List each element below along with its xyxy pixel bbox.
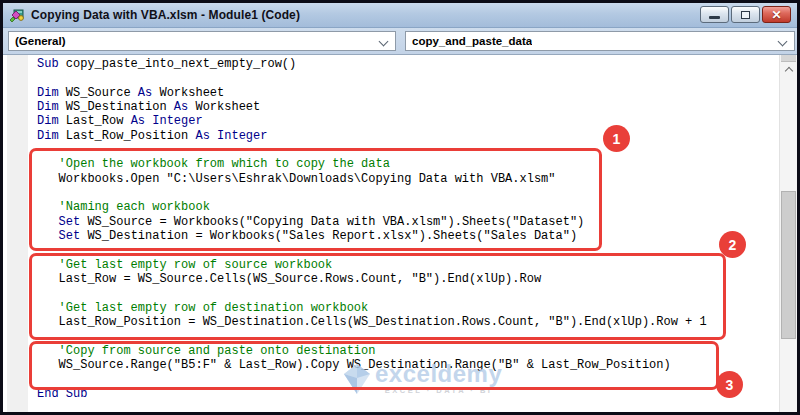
minimize-button[interactable] <box>700 6 729 23</box>
procedure-dropdown[interactable]: copy_and_paste_data <box>405 31 795 51</box>
code-line: 'Get last empty row of source workbook <box>37 258 777 272</box>
vertical-scrollbar[interactable] <box>779 55 797 412</box>
code-line: Set WS_Source = Workbooks("Copying Data … <box>37 215 777 229</box>
code-line <box>37 330 777 344</box>
code-line <box>37 243 777 257</box>
chevron-down-icon <box>379 37 389 47</box>
code-line <box>37 143 777 157</box>
code-line: 'Copy from source and paste onto destina… <box>37 344 777 358</box>
chevron-up-icon <box>784 67 792 75</box>
scroll-up-button[interactable] <box>780 61 797 78</box>
margin-indicator-bar <box>7 55 28 412</box>
declarations-bar: (General) copy_and_paste_data <box>3 28 797 55</box>
chevron-down-icon <box>778 37 788 47</box>
close-icon: ✕ <box>771 9 781 21</box>
minimize-icon <box>709 16 720 19</box>
restore-button[interactable] <box>731 6 760 23</box>
code-line: Dim WS_Source As Worksheet <box>37 86 777 100</box>
code-line: End Sub <box>37 387 777 401</box>
code-line: Sub copy_paste_into_next_empty_row() <box>37 57 777 71</box>
object-dropdown-value: (General) <box>15 35 66 47</box>
code-text[interactable]: Sub copy_paste_into_next_empty_row() Dim… <box>37 57 777 412</box>
code-line: 'Get last empty row of destination workb… <box>37 301 777 315</box>
restore-icon <box>741 11 750 19</box>
vba-code-window: Copying Data with VBA.xlsm - Module1 (Co… <box>0 0 800 415</box>
code-line <box>37 186 777 200</box>
code-line: 'Open the workbook from which to copy th… <box>37 157 777 171</box>
title-bar[interactable]: Copying Data with VBA.xlsm - Module1 (Co… <box>3 3 797 28</box>
code-line <box>37 287 777 301</box>
code-line: Set WS_Destination = Workbooks("Sales Re… <box>37 229 777 243</box>
code-line <box>37 373 777 387</box>
code-line: Dim WS_Destination As Worksheet <box>37 100 777 114</box>
code-line: Dim Last_Row_Position As Integer <box>37 129 777 143</box>
scrollbar-thumb[interactable] <box>781 191 796 339</box>
code-line: Last_Row = WS_Source.Cells(WS_Source.Row… <box>37 272 777 286</box>
procedure-dropdown-value: copy_and_paste_data <box>412 35 532 47</box>
vba-module-icon <box>9 7 26 23</box>
close-button[interactable]: ✕ <box>762 6 791 23</box>
code-editor[interactable]: Sub copy_paste_into_next_empty_row() Dim… <box>3 55 797 412</box>
code-line: Dim Last_Row As Integer <box>37 114 777 128</box>
object-dropdown[interactable]: (General) <box>8 31 396 51</box>
window-title: Copying Data with VBA.xlsm - Module1 (Co… <box>31 8 300 22</box>
code-line: WS_Source.Range("B5:F" & Last_Row).Copy … <box>37 358 777 372</box>
code-line: Workbooks.Open "C:\Users\Eshrak\Download… <box>37 172 777 186</box>
code-line: 'Naming each workbook <box>37 200 777 214</box>
code-line <box>37 71 777 85</box>
code-line: Last_Row_Position = WS_Destination.Cells… <box>37 315 777 329</box>
